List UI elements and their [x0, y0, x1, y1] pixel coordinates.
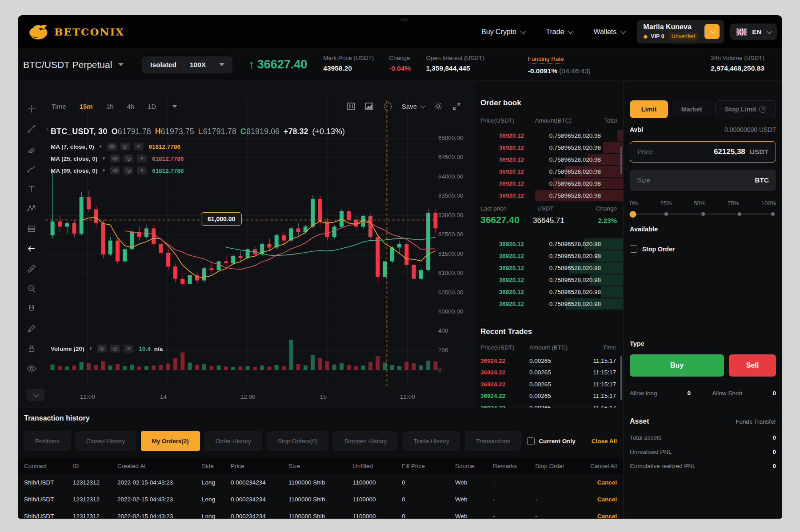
- slider-track[interactable]: [630, 211, 776, 217]
- slider-tick[interactable]: [701, 212, 705, 216]
- fullscreen-icon[interactable]: [452, 102, 461, 111]
- bid-row[interactable]: 36920.120.75896528,020.98: [473, 262, 623, 274]
- tx-tab-stop-orders-0-[interactable]: Stop Orders(0): [267, 431, 328, 451]
- language-selector[interactable]: EN: [730, 24, 777, 40]
- bid-row[interactable]: 36920.120.75896528,020.98: [473, 238, 623, 250]
- buy-button[interactable]: Buy: [630, 354, 724, 377]
- indicators-icon[interactable]: [346, 102, 356, 111]
- pitchfork-icon[interactable]: [24, 142, 39, 155]
- eye-icon[interactable]: [110, 167, 120, 175]
- tab-stop-limit[interactable]: Stop Limit?: [715, 100, 776, 118]
- price-input[interactable]: Price 62125,38 USDT: [630, 141, 776, 163]
- ask-row[interactable]: 36920.120.75896528,020.98: [473, 130, 623, 142]
- current-only-checkbox[interactable]: [527, 437, 535, 445]
- scrollbar-thumb[interactable]: [620, 356, 622, 400]
- sell-button[interactable]: Sell: [729, 354, 776, 377]
- interval-time[interactable]: Time: [52, 103, 66, 110]
- long-position-icon[interactable]: [24, 222, 39, 235]
- close-icon[interactable]: ×: [137, 155, 147, 163]
- chevron-down-icon[interactable]: [172, 105, 177, 108]
- lock-icon[interactable]: [24, 342, 39, 355]
- margin-leverage-selector[interactable]: Isolated 100X: [142, 56, 232, 73]
- bid-row[interactable]: 36920.120.75896528,020.98: [473, 286, 623, 298]
- betconix-logo[interactable]: BETCONIX: [27, 24, 124, 40]
- slider-tick[interactable]: [738, 212, 741, 216]
- interval-1h[interactable]: 1h: [106, 103, 114, 110]
- tab-market[interactable]: Market: [672, 100, 711, 118]
- tx-tab-closed-history[interactable]: Closed History: [75, 431, 136, 451]
- settings-target-icon[interactable]: [124, 155, 133, 163]
- slider-tick[interactable]: [664, 212, 668, 216]
- user-card[interactable]: Mariia Kuneva ◆ VIP 0 Unverifed: [637, 20, 724, 43]
- close-icon[interactable]: ×: [137, 167, 147, 175]
- menu-item-buy-crypto[interactable]: Buy Crypto: [481, 28, 524, 36]
- menu-item-trade[interactable]: Trade: [546, 28, 572, 36]
- funds-transfer-link[interactable]: Funds Transfer: [736, 418, 776, 425]
- eye-icon[interactable]: [107, 143, 117, 151]
- close-icon[interactable]: ×: [124, 345, 133, 353]
- interval-4h[interactable]: 4h: [127, 103, 135, 110]
- eye-icon[interactable]: [97, 345, 107, 353]
- interval-15m[interactable]: 15m: [80, 103, 93, 110]
- tx-tab-stopped-history[interactable]: Stopped History: [333, 431, 398, 451]
- arrow-left-icon[interactable]: [24, 242, 39, 255]
- ask-row[interactable]: 36920.120.75896528,020.98: [473, 154, 623, 166]
- pencil-icon[interactable]: [24, 322, 39, 335]
- stat-label[interactable]: Funding Rate: [528, 56, 564, 64]
- brush-icon[interactable]: [24, 162, 39, 175]
- bid-row[interactable]: 36920.120.75896528,020.98: [473, 298, 623, 310]
- tx-tab-order-history[interactable]: Order History: [204, 431, 262, 451]
- ask-row[interactable]: 36920.120.75896528,020.98: [473, 142, 623, 154]
- close-all-button[interactable]: Close All: [592, 438, 617, 445]
- interval-1d[interactable]: 1D: [148, 103, 156, 110]
- chevron-right-icon[interactable]: ›: [46, 125, 48, 132]
- cloud-icon[interactable]: [383, 101, 393, 111]
- size-input[interactable]: Size BTC: [630, 170, 776, 191]
- xabcd-pattern-icon[interactable]: [24, 202, 39, 215]
- bid-row[interactable]: 36920.120.75896528,020.98: [473, 274, 623, 286]
- tx-tab-transactions[interactable]: Transactions: [465, 431, 521, 451]
- toolbar-collapse-button[interactable]: [27, 389, 44, 401]
- source-cell: Web: [455, 496, 493, 503]
- pair-selector[interactable]: BTC/USDT Perpetual: [23, 60, 124, 70]
- cancel-button[interactable]: Cancel: [577, 513, 617, 519]
- magnet-icon[interactable]: [24, 302, 39, 315]
- ask-row[interactable]: 36920.120.75896528,020.98: [473, 166, 623, 178]
- cancel-button[interactable]: Cancel: [577, 496, 617, 503]
- chevron-down-icon[interactable]: ▼: [102, 156, 106, 161]
- tx-tab-positions[interactable]: Positions: [24, 431, 71, 451]
- tab-limit[interactable]: Limit: [630, 100, 668, 118]
- amount-slider[interactable]: 0%25%50%75%100%: [624, 200, 782, 217]
- stop-order-checkbox[interactable]: [630, 245, 637, 253]
- slider-tick[interactable]: [771, 212, 775, 216]
- chart-style-icon[interactable]: [364, 102, 374, 111]
- price-line-tag[interactable]: 61,000.00: [201, 212, 242, 226]
- current-only-toggle[interactable]: Current Only: [527, 437, 576, 445]
- ask-row[interactable]: 36920.120.75896528,020.98: [473, 178, 623, 190]
- scrollbar-thumb[interactable]: [620, 147, 622, 174]
- settings-target-icon[interactable]: [110, 345, 120, 353]
- settings-gear-icon[interactable]: [433, 101, 443, 111]
- bid-row[interactable]: 36920.120.75896528,020.98: [473, 250, 623, 262]
- slider-handle[interactable]: [630, 211, 636, 218]
- settings-target-icon[interactable]: [120, 143, 130, 151]
- chevron-down-icon[interactable]: ▼: [89, 346, 93, 351]
- chart-plot[interactable]: › BTC_USDT, 30O61791.78H61973.75L61791.7…: [45, 81, 473, 408]
- trendline-icon[interactable]: [24, 122, 39, 135]
- user-dropdown-button[interactable]: [704, 24, 720, 39]
- tx-tab-trade-history[interactable]: Trade History: [402, 431, 460, 451]
- eye-icon[interactable]: [110, 155, 120, 163]
- settings-target-icon[interactable]: [124, 167, 133, 175]
- close-icon[interactable]: ×: [134, 143, 144, 151]
- tx-tab-my-orders-2-[interactable]: My Orders(2): [141, 431, 200, 451]
- ruler-icon[interactable]: [24, 262, 39, 275]
- eye-icon[interactable]: [24, 362, 39, 375]
- ask-row[interactable]: 36920.120.75896528,020.98: [473, 190, 623, 202]
- cancel-button[interactable]: Cancel: [577, 479, 617, 486]
- save-button[interactable]: Save: [402, 103, 424, 110]
- zoom-in-icon[interactable]: [24, 282, 39, 295]
- chevron-down-icon[interactable]: ▼: [99, 144, 103, 149]
- menu-item-wallets[interactable]: Wallets: [593, 28, 624, 36]
- chevron-down-icon[interactable]: ▼: [102, 168, 106, 173]
- text-icon[interactable]: [24, 182, 39, 195]
